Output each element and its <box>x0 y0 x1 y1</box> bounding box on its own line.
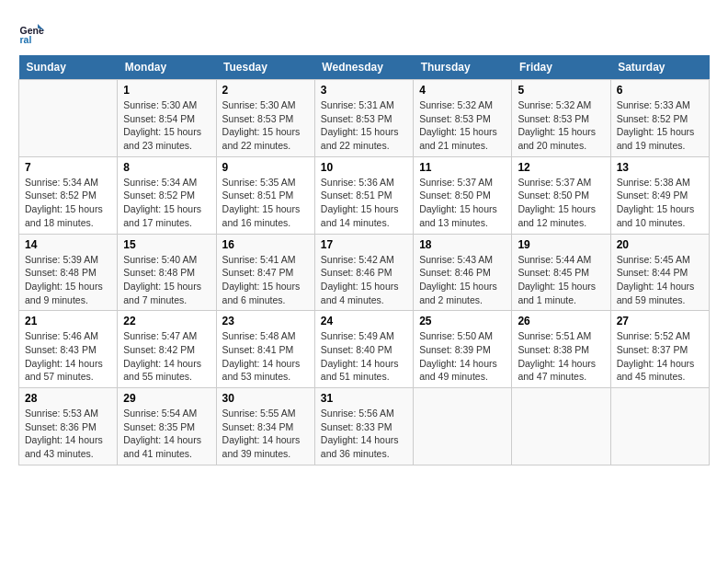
day-info: Sunrise: 5:34 AM Sunset: 8:52 PM Dayligh… <box>25 176 111 230</box>
day-number: 25 <box>419 315 506 327</box>
day-info: Sunrise: 5:34 AM Sunset: 8:52 PM Dayligh… <box>123 176 210 230</box>
day-info: Sunrise: 5:51 AM Sunset: 8:38 PM Dayligh… <box>518 329 604 384</box>
calendar-cell: 12Sunrise: 5:37 AM Sunset: 8:50 PM Dayli… <box>512 156 610 234</box>
calendar-cell: 11Sunrise: 5:37 AM Sunset: 8:50 PM Dayli… <box>414 156 512 234</box>
calendar-cell: 13Sunrise: 5:38 AM Sunset: 8:49 PM Dayli… <box>610 156 709 234</box>
day-number: 22 <box>123 315 210 327</box>
day-number: 2 <box>222 84 309 97</box>
calendar-cell: 29Sunrise: 5:54 AM Sunset: 8:35 PM Dayli… <box>118 388 216 465</box>
calendar-table: SundayMondayTuesdayWednesdayThursdayFrid… <box>18 55 710 465</box>
calendar-cell: 9Sunrise: 5:35 AM Sunset: 8:51 PM Daylig… <box>216 156 314 234</box>
day-number: 18 <box>419 238 506 251</box>
day-number: 13 <box>617 161 703 174</box>
day-number: 14 <box>25 238 111 251</box>
calendar-cell: 22Sunrise: 5:47 AM Sunset: 8:42 PM Dayli… <box>118 311 216 388</box>
day-number: 3 <box>321 84 407 97</box>
calendar-cell: 6Sunrise: 5:33 AM Sunset: 8:52 PM Daylig… <box>610 80 709 157</box>
day-number: 11 <box>419 161 506 174</box>
calendar-cell: 2Sunrise: 5:30 AM Sunset: 8:53 PM Daylig… <box>216 80 314 157</box>
day-info: Sunrise: 5:49 AM Sunset: 8:40 PM Dayligh… <box>321 329 407 384</box>
day-info: Sunrise: 5:37 AM Sunset: 8:50 PM Dayligh… <box>518 176 604 230</box>
calendar-cell: 7Sunrise: 5:34 AM Sunset: 8:52 PM Daylig… <box>19 156 118 234</box>
day-number: 4 <box>419 84 506 97</box>
day-number: 17 <box>321 238 407 251</box>
calendar-cell: 14Sunrise: 5:39 AM Sunset: 8:48 PM Dayli… <box>19 234 118 311</box>
day-info: Sunrise: 5:33 AM Sunset: 8:52 PM Dayligh… <box>617 98 703 153</box>
header-day-tuesday: Tuesday <box>216 55 314 80</box>
calendar-week-row: 21Sunrise: 5:46 AM Sunset: 8:43 PM Dayli… <box>19 311 710 388</box>
day-info: Sunrise: 5:47 AM Sunset: 8:42 PM Dayligh… <box>123 329 210 384</box>
day-number: 26 <box>518 315 604 327</box>
calendar-cell: 31Sunrise: 5:56 AM Sunset: 8:33 PM Dayli… <box>314 388 413 465</box>
day-info: Sunrise: 5:52 AM Sunset: 8:37 PM Dayligh… <box>617 329 703 384</box>
calendar-cell: 27Sunrise: 5:52 AM Sunset: 8:37 PM Dayli… <box>610 311 709 388</box>
day-info: Sunrise: 5:55 AM Sunset: 8:34 PM Dayligh… <box>222 407 309 461</box>
day-number: 8 <box>123 161 210 174</box>
calendar-cell: 30Sunrise: 5:55 AM Sunset: 8:34 PM Dayli… <box>216 388 314 465</box>
day-info: Sunrise: 5:44 AM Sunset: 8:45 PM Dayligh… <box>518 253 604 307</box>
day-info: Sunrise: 5:50 AM Sunset: 8:39 PM Dayligh… <box>419 329 506 384</box>
day-info: Sunrise: 5:36 AM Sunset: 8:51 PM Dayligh… <box>321 176 407 230</box>
calendar-cell <box>414 388 512 465</box>
calendar-header-row: SundayMondayTuesdayWednesdayThursdayFrid… <box>19 55 710 80</box>
calendar-cell <box>512 388 610 465</box>
day-info: Sunrise: 5:31 AM Sunset: 8:53 PM Dayligh… <box>321 98 407 153</box>
day-info: Sunrise: 5:35 AM Sunset: 8:51 PM Dayligh… <box>222 176 309 230</box>
day-info: Sunrise: 5:40 AM Sunset: 8:48 PM Dayligh… <box>123 253 210 307</box>
day-info: Sunrise: 5:37 AM Sunset: 8:50 PM Dayligh… <box>419 176 506 230</box>
calendar-cell: 23Sunrise: 5:48 AM Sunset: 8:41 PM Dayli… <box>216 311 314 388</box>
calendar-cell: 20Sunrise: 5:45 AM Sunset: 8:44 PM Dayli… <box>610 234 709 311</box>
calendar-cell: 10Sunrise: 5:36 AM Sunset: 8:51 PM Dayli… <box>314 156 413 234</box>
header-day-thursday: Thursday <box>414 55 512 80</box>
day-number: 10 <box>321 161 407 174</box>
page-header: Gene ral <box>18 18 710 46</box>
header-day-wednesday: Wednesday <box>314 55 413 80</box>
calendar-cell: 25Sunrise: 5:50 AM Sunset: 8:39 PM Dayli… <box>414 311 512 388</box>
day-info: Sunrise: 5:45 AM Sunset: 8:44 PM Dayligh… <box>617 253 703 307</box>
calendar-week-row: 28Sunrise: 5:53 AM Sunset: 8:36 PM Dayli… <box>19 388 710 465</box>
svg-text:ral: ral <box>20 34 32 45</box>
calendar-cell: 1Sunrise: 5:30 AM Sunset: 8:54 PM Daylig… <box>118 80 216 157</box>
day-info: Sunrise: 5:30 AM Sunset: 8:54 PM Dayligh… <box>123 98 210 153</box>
day-number: 29 <box>123 392 210 405</box>
day-info: Sunrise: 5:32 AM Sunset: 8:53 PM Dayligh… <box>419 98 506 153</box>
day-number: 27 <box>617 315 703 327</box>
day-number: 16 <box>222 238 309 251</box>
day-info: Sunrise: 5:39 AM Sunset: 8:48 PM Dayligh… <box>25 253 111 307</box>
logo-icon: Gene ral <box>18 18 46 46</box>
calendar-cell: 21Sunrise: 5:46 AM Sunset: 8:43 PM Dayli… <box>19 311 118 388</box>
day-info: Sunrise: 5:56 AM Sunset: 8:33 PM Dayligh… <box>321 407 407 461</box>
calendar-cell <box>19 80 118 157</box>
day-info: Sunrise: 5:32 AM Sunset: 8:53 PM Dayligh… <box>518 98 604 153</box>
calendar-cell: 4Sunrise: 5:32 AM Sunset: 8:53 PM Daylig… <box>414 80 512 157</box>
day-number: 5 <box>518 84 604 97</box>
calendar-cell: 8Sunrise: 5:34 AM Sunset: 8:52 PM Daylig… <box>118 156 216 234</box>
calendar-cell: 24Sunrise: 5:49 AM Sunset: 8:40 PM Dayli… <box>314 311 413 388</box>
day-number: 15 <box>123 238 210 251</box>
calendar-cell: 18Sunrise: 5:43 AM Sunset: 8:46 PM Dayli… <box>414 234 512 311</box>
day-number: 20 <box>617 238 703 251</box>
calendar-cell: 28Sunrise: 5:53 AM Sunset: 8:36 PM Dayli… <box>19 388 118 465</box>
day-number: 28 <box>25 392 111 405</box>
calendar-week-row: 7Sunrise: 5:34 AM Sunset: 8:52 PM Daylig… <box>19 156 710 234</box>
calendar-cell: 19Sunrise: 5:44 AM Sunset: 8:45 PM Dayli… <box>512 234 610 311</box>
day-number: 31 <box>321 392 407 405</box>
day-info: Sunrise: 5:42 AM Sunset: 8:46 PM Dayligh… <box>321 253 407 307</box>
day-info: Sunrise: 5:30 AM Sunset: 8:53 PM Dayligh… <box>222 98 309 153</box>
day-number: 7 <box>25 161 111 174</box>
day-info: Sunrise: 5:38 AM Sunset: 8:49 PM Dayligh… <box>617 176 703 230</box>
calendar-cell: 5Sunrise: 5:32 AM Sunset: 8:53 PM Daylig… <box>512 80 610 157</box>
day-number: 30 <box>222 392 309 405</box>
day-number: 1 <box>123 84 210 97</box>
header-day-friday: Friday <box>512 55 610 80</box>
logo: Gene ral <box>18 18 50 46</box>
day-info: Sunrise: 5:41 AM Sunset: 8:47 PM Dayligh… <box>222 253 309 307</box>
calendar-cell: 16Sunrise: 5:41 AM Sunset: 8:47 PM Dayli… <box>216 234 314 311</box>
header-day-monday: Monday <box>118 55 216 80</box>
day-info: Sunrise: 5:53 AM Sunset: 8:36 PM Dayligh… <box>25 407 111 461</box>
calendar-cell <box>610 388 709 465</box>
calendar-cell: 17Sunrise: 5:42 AM Sunset: 8:46 PM Dayli… <box>314 234 413 311</box>
day-number: 12 <box>518 161 604 174</box>
day-info: Sunrise: 5:54 AM Sunset: 8:35 PM Dayligh… <box>123 407 210 461</box>
day-info: Sunrise: 5:46 AM Sunset: 8:43 PM Dayligh… <box>25 329 111 384</box>
